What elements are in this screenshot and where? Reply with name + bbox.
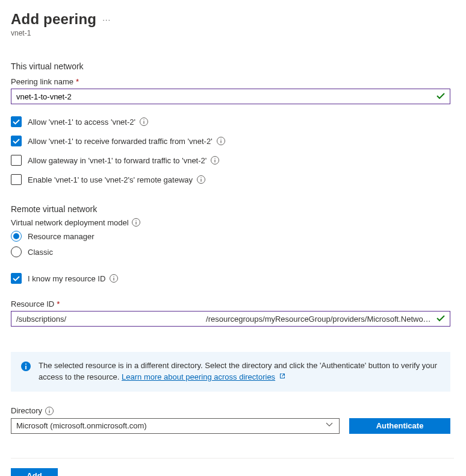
page-title: Add peering — [11, 11, 96, 28]
add-button[interactable]: Add — [11, 468, 58, 476]
divider — [11, 458, 454, 459]
directory-select[interactable]: Microsoft (microsoft.onmicrosoft.com) — [11, 418, 340, 434]
checkbox-use-remote-gateway[interactable] — [11, 174, 22, 185]
learn-more-link[interactable]: Learn more about peering across director… — [122, 372, 285, 381]
peering-link-name-input[interactable] — [11, 89, 450, 104]
section-heading-this-vnet: This virtual network — [11, 61, 454, 71]
directory-info-callout: The selected resource is in a different … — [11, 352, 450, 392]
info-icon[interactable] — [45, 406, 54, 416]
info-icon[interactable] — [216, 136, 226, 146]
info-icon[interactable] — [139, 117, 149, 127]
checkbox-use-remote-gateway-label: Enable 'vnet-1' to use 'vnet-2's' remote… — [28, 175, 206, 184]
directory-label: Directory — [11, 406, 454, 416]
info-icon[interactable] — [210, 155, 220, 165]
info-icon[interactable] — [109, 274, 119, 283]
checkbox-allow-forwarded-label: Allow 'vnet-1' to receive forwarded traf… — [28, 136, 226, 146]
checkbox-allow-gateway[interactable] — [11, 155, 22, 166]
resource-id-input[interactable]: /subscriptions/ /resourcegroups/myResour… — [11, 311, 450, 327]
chevron-down-icon — [325, 420, 334, 431]
checkbox-allow-access-label: Allow 'vnet-1' to access 'vnet-2' — [28, 117, 149, 127]
vnet-name: vnet-1 — [11, 29, 454, 37]
checkbox-allow-access[interactable] — [11, 116, 22, 127]
radio-classic[interactable] — [11, 246, 22, 257]
info-icon[interactable] — [196, 175, 206, 184]
authenticate-button[interactable]: Authenticate — [349, 418, 450, 434]
deployment-model-label: Virtual network deployment model — [11, 218, 454, 227]
info-icon — [20, 361, 31, 372]
checkbox-allow-forwarded[interactable] — [11, 136, 22, 146]
resource-id-label: Resource ID* — [11, 299, 454, 308]
checkbox-know-resource-id[interactable] — [11, 273, 22, 284]
section-heading-remote-vnet: Remote virtual network — [11, 204, 454, 214]
radio-resource-manager[interactable] — [11, 231, 22, 242]
info-icon[interactable] — [131, 218, 141, 227]
checkbox-know-resource-id-label: I know my resource ID — [28, 274, 119, 283]
radio-classic-label: Classic — [28, 248, 53, 257]
overflow-menu-icon[interactable]: ··· — [102, 15, 111, 24]
checkbox-allow-gateway-label: Allow gateway in 'vnet-1' to forward tra… — [28, 155, 220, 165]
radio-resource-manager-label: Resource manager — [28, 232, 95, 241]
peering-link-name-label: Peering link name* — [11, 77, 454, 86]
external-link-icon — [277, 372, 285, 380]
